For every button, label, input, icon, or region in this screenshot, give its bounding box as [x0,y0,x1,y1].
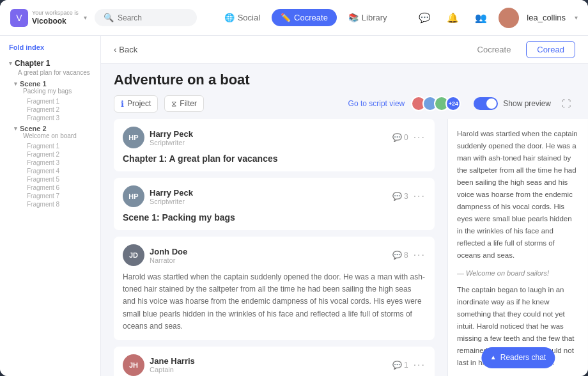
chevron-up-icon: ▲ [490,352,497,363]
list-item[interactable]: Fragment 3 [27,114,91,122]
scene-2-label: Scene 2 [20,125,47,132]
feed-username: Harry Peck [150,188,387,198]
comment-icon: 💬 [392,361,402,370]
comment-count: 💬 3 [392,192,408,201]
preview-stage-text-1: Welcome on board sailors! [466,269,549,277]
scene-1-header[interactable]: ▾ Scene 1 [14,80,91,88]
workspace-label: Your workspace is [32,10,79,17]
notification-icon-btn[interactable]: 🔔 [442,8,463,28]
back-arrow-icon: ‹ [114,45,116,54]
search-bar[interactable]: 🔍 [95,9,197,26]
comment-icon: 💬 [392,133,402,142]
project-button[interactable]: ℹ Project [114,95,158,113]
feed-meta: 💬 1 ··· [392,359,426,371]
list-item[interactable]: Fragment 1 [27,142,91,150]
nav-library[interactable]: 📚 Library [339,9,396,26]
list-item[interactable]: Fragment 7 [27,192,91,200]
scene-2-chevron-icon: ▾ [14,125,17,132]
sub-tabs: Cocreate Coread [467,41,575,58]
preview-panel: Harold was startled when the captain sud… [447,119,588,376]
feed-item: HP Harry Peck Scriptwriter 💬 0 ··· [114,119,435,171]
feed-role: Narrator [150,256,387,264]
social-icon: 🌐 [224,13,235,22]
content-area: Fold index ▾ Chapter 1 A great plan for … [0,36,588,376]
feed-scene-title: Scene 1: Packing my bags [123,212,426,223]
readers-chat-button[interactable]: ▲ Readers chat [481,347,555,368]
app-window: V Your workspace is Vicobook ▾ 🔍 🌐 Socia… [0,0,588,376]
filter-label: Filter [180,99,197,108]
feed-role: Scriptwriter [150,139,387,146]
feed-user-info: Jane Harris Captain [150,356,387,373]
info-icon: ℹ [121,99,124,109]
main-content: HP Harry Peck Scriptwriter 💬 0 ··· [101,119,588,376]
sidebar-chapter: ▾ Chapter 1 A great plan for vacances ▾ … [0,56,100,214]
tab-cocreate[interactable]: Cocreate [467,42,522,58]
feed-role: Scriptwriter [150,198,387,205]
more-options-button[interactable]: ··· [414,132,426,143]
toggle-switch[interactable] [474,97,498,110]
workspace-dropdown-icon[interactable]: ▾ [84,14,87,21]
comment-count-value: 3 [404,192,408,201]
preview-text-1: Harold was startled when the captain sud… [457,128,579,262]
more-options-button[interactable]: ··· [414,191,426,202]
scene-1-label: Scene 1 [20,80,47,88]
list-item[interactable]: Fragment 6 [27,184,91,192]
avatar: JH [123,354,144,376]
comment-icon: 💬 [392,192,402,201]
fold-index-label[interactable]: Fold index [0,43,100,56]
page-title: Adventure on a boat [114,72,575,88]
collaborator-avatars: +24 [411,96,461,111]
feed-username: Harry Peck [150,129,387,139]
list-item[interactable]: Fragment 2 [27,106,91,114]
comment-count-value: 0 [404,133,408,142]
cocreate-icon: ✏️ [281,13,291,22]
list-item[interactable]: Fragment 5 [27,175,91,184]
nav-social[interactable]: 🌐 Social [215,9,269,26]
preview-label: Show preview [503,99,551,108]
scene-2-fragments: Fragment 1 Fragment 2 Fragment 3 Fragmen… [14,142,91,208]
go-to-script-button[interactable]: Go to script view [348,99,405,108]
preview-toggle[interactable]: Show preview [474,97,551,110]
feed-meta: 💬 0 ··· [392,132,426,143]
scene-2-subtitle: Welcome on board [14,132,91,139]
main-area: ‹ Back Cocreate Coread Adventure on a bo… [101,36,588,376]
scene-1-subtitle: Packing my bags [14,88,91,95]
sidebar: Fold index ▾ Chapter 1 A great plan for … [0,36,101,376]
feed-chapter-title: Chapter 1: A great plan for vacances [123,153,426,164]
list-item[interactable]: Fragment 3 [27,159,91,167]
project-label: Project [127,99,151,108]
scene-1-chevron-icon: ▾ [14,81,17,87]
feed-item: JD Jonh Doe Narrator 💬 8 ··· [114,237,435,340]
feed-item-header: HP Harry Peck Scriptwriter 💬 0 ··· [123,127,426,148]
feed-item-header: JH Jane Harris Captain 💬 1 ··· [123,354,426,376]
feed-body-text: Harold was startled when the captain sud… [123,271,426,333]
comment-count-value: 8 [404,251,408,260]
logo-area: V Your workspace is Vicobook ▾ [10,9,87,27]
chat-icon-btn[interactable]: 💬 [414,8,435,28]
top-nav: V Your workspace is Vicobook ▾ 🔍 🌐 Socia… [0,0,588,36]
toggle-knob [486,98,497,109]
filter-button[interactable]: ⧖ Filter [164,95,204,112]
feed-item-header: JD Jonh Doe Narrator 💬 8 ··· [123,244,426,266]
more-options-button[interactable]: ··· [414,359,426,371]
user-avatar[interactable] [499,8,519,28]
search-input[interactable] [118,13,188,22]
back-button[interactable]: ‹ Back [114,45,137,54]
list-item[interactable]: Fragment 8 [27,200,91,208]
user-dropdown-icon[interactable]: ▾ [575,14,578,21]
scene-2-header[interactable]: ▾ Scene 2 [14,125,91,132]
nav-cocreate[interactable]: ✏️ Cocreate [272,9,337,26]
chapter-label: Chapter 1 [15,59,50,68]
feed-user-info: Jonh Doe Narrator [150,247,387,264]
list-item[interactable]: Fragment 1 [27,97,91,106]
feed-username: Jane Harris [150,356,387,366]
sub-header: ‹ Back Cocreate Coread [101,36,588,64]
list-item[interactable]: Fragment 2 [27,150,91,159]
more-options-button[interactable]: ··· [414,249,426,261]
comment-count: 💬 8 [392,251,408,260]
list-item[interactable]: Fragment 4 [27,167,91,175]
people-icon-btn[interactable]: 👥 [470,8,491,28]
tab-coread[interactable]: Coread [526,41,575,58]
expand-button[interactable]: ⛶ [557,95,575,113]
chapter-header[interactable]: ▾ Chapter 1 [9,59,91,68]
